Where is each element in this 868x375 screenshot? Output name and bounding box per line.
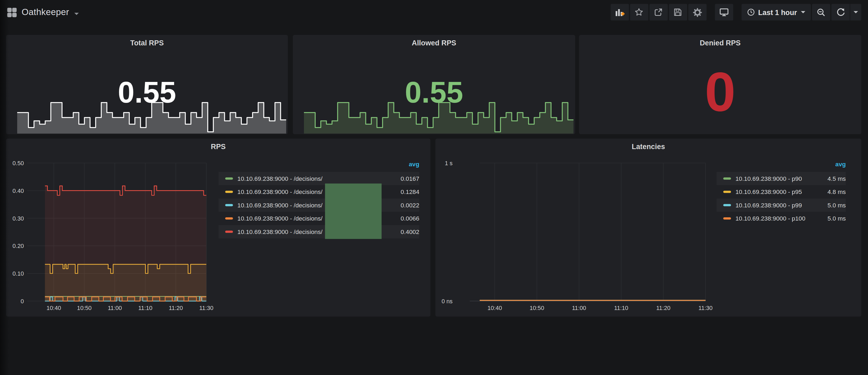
series-color-marker[interactable] xyxy=(225,177,233,180)
dashboard-picker[interactable]: Oathkeeper xyxy=(0,7,79,17)
series-avg-value: 4.8 ms xyxy=(828,189,846,195)
panel-rps: RPS avg 10.10.69.238:9000 - /decisions/0… xyxy=(6,138,431,317)
navbar-actions: Last 1 hour xyxy=(610,4,868,21)
caret-down-icon xyxy=(854,11,858,13)
grid-icon xyxy=(7,7,17,17)
panel-total-rps: Total RPS 0.55 xyxy=(6,35,288,134)
series-color-marker[interactable] xyxy=(225,204,233,206)
series-color-marker[interactable] xyxy=(723,177,731,180)
rps-legend: avg 10.10.69.238:9000 - /decisions/0.016… xyxy=(218,172,419,239)
legend-row[interactable]: 10.10.69.238:9000 - p995.0 ms xyxy=(717,198,846,212)
share-button[interactable] xyxy=(650,4,668,21)
settings-button[interactable] xyxy=(688,4,707,21)
star-button[interactable] xyxy=(630,4,648,21)
legend-row[interactable]: 10.10.69.238:9000 - p904.5 ms xyxy=(717,172,846,185)
legend-avg-header[interactable]: avg xyxy=(409,161,419,168)
gear-icon xyxy=(693,7,702,17)
bar-chart-plus-icon xyxy=(615,8,624,17)
series-avg-value: 0.4002 xyxy=(401,228,419,235)
panel-title[interactable]: Total RPS xyxy=(6,39,288,47)
series-label[interactable]: 10.10.69.238:9000 - p100 xyxy=(736,215,805,222)
y-axis-tick-label: 0 xyxy=(5,298,24,304)
series-label[interactable]: 10.10.69.238:9000 - p99 xyxy=(736,202,802,209)
cycle-view-button[interactable] xyxy=(715,4,733,21)
panel-denied-rps: Denied RPS 0 xyxy=(579,35,862,134)
caret-down-icon xyxy=(74,12,79,15)
refresh-interval-button[interactable] xyxy=(850,4,861,21)
floppy-save-icon xyxy=(674,8,682,17)
panel-latencies: Latencies avg 10.10.69.238:9000 - p904.5… xyxy=(435,138,861,317)
legend-row[interactable]: 10.10.69.238:9000 - /decisions/0.0167 xyxy=(218,172,419,185)
x-axis-tick-label: 11:20 xyxy=(652,304,675,311)
y-axis-tick-label: 0.40 xyxy=(5,187,24,194)
y-axis-tick-label: 0.30 xyxy=(5,215,24,222)
y-axis-tick-label: 0.20 xyxy=(5,243,24,249)
series-avg-value: 4.5 ms xyxy=(828,175,846,182)
series-label[interactable]: 10.10.69.238:9000 - /decisions/ xyxy=(237,215,322,222)
series-label[interactable]: 10.10.69.238:9000 - p95 xyxy=(736,189,802,195)
x-axis-tick-label: 10:40 xyxy=(484,304,506,311)
legend-row[interactable]: 10.10.69.238:9000 - /decisions/0.0066 xyxy=(218,212,419,225)
legend-avg-header[interactable]: avg xyxy=(835,161,846,168)
zoom-out-button[interactable] xyxy=(812,4,830,21)
legend-row[interactable]: 10.10.69.238:9000 - /decisions/0.0022 xyxy=(218,198,419,212)
x-axis-tick-label: 11:10 xyxy=(610,304,632,311)
series-label[interactable]: 10.10.69.238:9000 - /decisions/ xyxy=(237,175,322,182)
series-label[interactable]: 10.10.69.238:9000 - p90 xyxy=(736,175,802,182)
series-avg-value: 5.0 ms xyxy=(828,202,846,209)
x-axis-tick-label: 11:00 xyxy=(104,304,126,311)
add-panel-button[interactable] xyxy=(611,4,629,21)
x-axis-tick-label: 11:00 xyxy=(568,304,590,311)
series-avg-value: 0.0066 xyxy=(401,215,419,222)
x-axis-tick-label: 10:50 xyxy=(73,304,95,311)
series-label[interactable]: 10.10.69.238:9000 - /decisions/ xyxy=(237,202,322,209)
series-avg-value: 0.0022 xyxy=(401,202,419,209)
series-label[interactable]: 10.10.69.238:9000 - /decisions/ xyxy=(237,189,322,195)
y-axis-tick-label: 0.50 xyxy=(5,160,24,166)
grafana-dashboard: Oathkeeper xyxy=(0,0,868,375)
stat-value-denied-rps: 0 xyxy=(579,64,862,119)
green-overlay-artifact xyxy=(325,184,381,239)
series-color-marker[interactable] xyxy=(225,191,233,193)
y-axis-tick-label: 0.10 xyxy=(5,270,24,277)
legend-row[interactable]: 10.10.69.238:9000 - /decisions/0.4002 xyxy=(218,225,419,239)
y-axis-tick-label: 0 ns xyxy=(434,298,453,304)
series-color-marker[interactable] xyxy=(225,231,233,233)
x-axis-tick-label: 10:50 xyxy=(526,304,548,311)
series-avg-value: 0.1284 xyxy=(401,189,419,195)
series-color-marker[interactable] xyxy=(723,217,731,219)
series-label[interactable]: 10.10.69.238:9000 - /decisions/ xyxy=(237,228,322,235)
caret-down-icon xyxy=(801,11,805,13)
stat-value-total-rps: 0.55 xyxy=(6,77,288,107)
clock-icon xyxy=(747,8,755,16)
panel-title[interactable]: Denied RPS xyxy=(579,39,862,47)
series-avg-value: 5.0 ms xyxy=(828,215,846,222)
stat-value-allowed-rps: 0.55 xyxy=(293,77,575,107)
y-axis-tick-label: 1 s xyxy=(434,160,453,166)
latencies-chart[interactable] xyxy=(435,138,861,317)
legend-row[interactable]: 10.10.69.238:9000 - /decisions/0.1284 xyxy=(218,185,419,198)
refresh-button[interactable] xyxy=(832,4,850,21)
monitor-icon xyxy=(719,8,729,17)
time-range-button[interactable]: Last 1 hour xyxy=(741,4,811,21)
legend-row[interactable]: 10.10.69.238:9000 - p1005.0 ms xyxy=(717,212,846,225)
star-icon xyxy=(635,8,644,17)
x-axis-tick-label: 11:10 xyxy=(134,304,156,311)
latencies-legend: avg 10.10.69.238:9000 - p904.5 ms10.10.6… xyxy=(717,172,846,225)
series-color-marker[interactable] xyxy=(225,217,233,219)
x-axis-tick-label: 11:30 xyxy=(195,304,217,311)
x-axis-tick-label: 11:30 xyxy=(694,304,717,311)
navbar: Oathkeeper xyxy=(0,0,868,25)
series-color-marker[interactable] xyxy=(723,204,731,206)
panel-title[interactable]: Allowed RPS xyxy=(293,39,575,47)
x-axis-tick-label: 10:40 xyxy=(43,304,65,311)
panel-allowed-rps: Allowed RPS 0.55 xyxy=(293,35,575,134)
x-axis-tick-label: 11:20 xyxy=(165,304,187,311)
legend-row[interactable]: 10.10.69.238:9000 - p954.8 ms xyxy=(717,185,846,198)
save-button[interactable] xyxy=(669,4,687,21)
series-color-marker[interactable] xyxy=(723,191,731,193)
refresh-split-button xyxy=(832,4,861,21)
time-range-label: Last 1 hour xyxy=(758,8,797,17)
refresh-icon xyxy=(836,8,845,17)
dashboard-title[interactable]: Oathkeeper xyxy=(22,7,69,17)
